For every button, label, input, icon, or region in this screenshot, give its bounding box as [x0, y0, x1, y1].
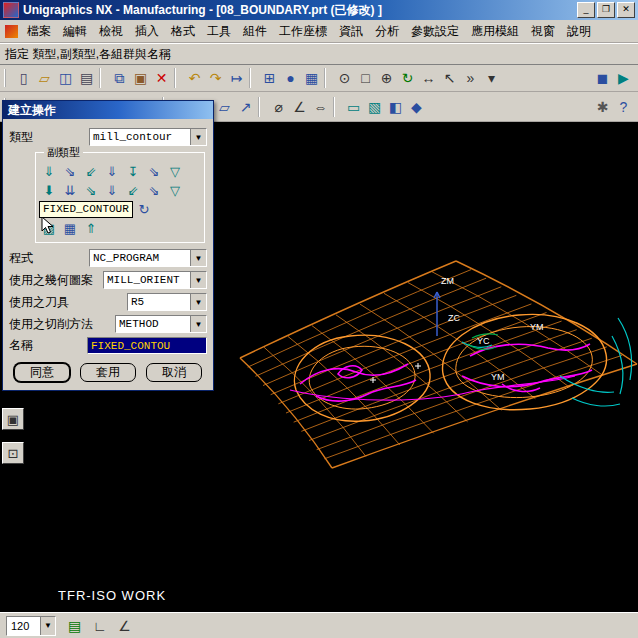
more-options-icon[interactable]: ▾ [481, 68, 502, 89]
subtype-cavity-mill-icon[interactable]: ⇓ [39, 162, 59, 180]
subtype-machine-control-icon[interactable]: ▦ [60, 219, 80, 237]
name-label: 名稱 [9, 337, 33, 354]
close-button[interactable]: ✕ [617, 2, 635, 18]
redo-icon[interactable]: ↷ [205, 68, 226, 89]
menu-edit[interactable]: 編輯 [57, 21, 93, 42]
chevron-down-icon[interactable]: ▼ [190, 294, 206, 310]
maximize-button[interactable]: ❐ [597, 2, 615, 18]
journal-notebook-icon[interactable]: ▤ [64, 615, 85, 636]
menu-information[interactable]: 資訊 [333, 21, 369, 42]
shaded-solid-icon[interactable]: ◼ [592, 68, 613, 89]
subtype-contour-area-icon[interactable]: ⇊ [60, 181, 80, 199]
layer-visible-in-view-icon[interactable]: ▣ [2, 408, 24, 430]
chevron-down-icon[interactable]: ▼ [190, 316, 206, 332]
menu-assemblies[interactable]: 組件 [237, 21, 273, 42]
subtype-flowcut-multi-icon[interactable]: ⇘ [144, 181, 164, 199]
vector-tool-icon[interactable]: ↗ [235, 96, 256, 117]
surface-tool-icon[interactable]: ◧ [385, 96, 406, 117]
measure-diameter-icon[interactable]: ⌀ [268, 96, 289, 117]
geometry-select[interactable]: MILL_ORIENT ▼ [103, 271, 207, 289]
copy-icon[interactable]: ⧉ [109, 68, 130, 89]
subtype-streamline-icon[interactable]: ⇓ [102, 181, 122, 199]
toolbar-separator [324, 68, 332, 88]
child-window-icon [5, 25, 18, 38]
zoom-in-icon[interactable]: ⊕ [376, 68, 397, 89]
apply-button[interactable]: 套用 [80, 363, 136, 382]
fit-view-icon[interactable]: □ [355, 68, 376, 89]
shaded-view-icon[interactable]: ● [280, 68, 301, 89]
cancel-button[interactable]: 取消 [146, 363, 202, 382]
expand-toolbar-icon[interactable]: » [460, 68, 481, 89]
menu-insert[interactable]: 插入 [129, 21, 165, 42]
axis-label-zc: ZC [448, 313, 460, 323]
paste-icon[interactable]: ▣ [130, 68, 151, 89]
axis-label-zm: ZM [441, 276, 454, 286]
subtype-profile-3d-icon[interactable]: ⇘ [144, 162, 164, 180]
minimize-button[interactable]: _ [577, 2, 595, 18]
menu-format[interactable]: 格式 [165, 21, 201, 42]
toolbar-grip[interactable] [4, 69, 9, 87]
generate-toolpath-icon[interactable]: ▶ [613, 68, 634, 89]
subtype-flowcut-single-icon[interactable]: ⇙ [123, 181, 143, 199]
print-icon[interactable]: ▤ [76, 68, 97, 89]
layer-settings-icon[interactable]: ▦ [301, 68, 322, 89]
chevron-down-icon[interactable]: ▼ [190, 129, 206, 145]
chevron-down-icon[interactable]: ▼ [190, 272, 206, 288]
toolbar-separator [333, 97, 341, 117]
pan-view-icon[interactable]: ↔ [418, 68, 439, 89]
subtype-zlevel-mill-icon[interactable]: ⇘ [60, 162, 80, 180]
ok-button[interactable]: 同意 [14, 363, 70, 382]
menu-preferences[interactable]: 參數設定 [405, 21, 465, 42]
measure-distance-icon[interactable]: ⇔ [310, 96, 331, 117]
menu-analysis[interactable]: 分析 [369, 21, 405, 42]
plane-tool-icon[interactable]: ▱ [214, 96, 235, 117]
subtype-contour-surface-icon[interactable]: ⇘ [81, 181, 101, 199]
undo-icon[interactable]: ↶ [184, 68, 205, 89]
clip-section-icon[interactable]: ⊡ [2, 442, 24, 464]
subtype-fixed-contour-icon[interactable]: ⬇ [39, 181, 59, 199]
subtype-face-mill-icon[interactable]: ▽ [165, 162, 185, 180]
program-select[interactable]: NC_PROGRAM ▼ [89, 249, 207, 267]
subtype-mill-user-icon[interactable]: ▨ [39, 219, 59, 237]
boundary-tool-icon[interactable]: ▭ [343, 96, 364, 117]
chevron-down-icon[interactable]: ▼ [190, 250, 206, 266]
save-part-icon[interactable]: ◫ [55, 68, 76, 89]
subtype-corner-rough-icon[interactable]: ⇙ [81, 162, 101, 180]
menu-file[interactable]: 檔案 [21, 21, 57, 42]
menu-wcs[interactable]: 工作座標 [273, 21, 333, 42]
region-tool-icon[interactable]: ▧ [364, 96, 385, 117]
dialog-title[interactable]: 建立操作 [3, 101, 213, 119]
name-input[interactable]: FIXED_CONTOU [87, 337, 207, 354]
menu-tools[interactable]: 工具 [201, 21, 237, 42]
subtype-mill-text-icon[interactable]: ⇑ [81, 219, 101, 237]
subtype-text-engrave-icon[interactable]: ▽ [165, 181, 185, 199]
rotate-view-icon[interactable]: ↻ [397, 68, 418, 89]
wcs-display-icon[interactable]: ∟ [89, 615, 110, 636]
type-label: 類型 [9, 129, 33, 146]
help-context-icon[interactable]: ? [613, 96, 634, 117]
redisplay-icon[interactable]: ↦ [226, 68, 247, 89]
subtype-rest-milling-icon[interactable]: ⇓ [102, 162, 122, 180]
subtype-plunge-mill-icon[interactable]: ↧ [123, 162, 143, 180]
type-select[interactable]: mill_contour ▼ [89, 128, 207, 146]
dynamic-axis-icon[interactable]: ∠ [114, 615, 135, 636]
chevron-down-icon[interactable]: ▼ [40, 617, 55, 635]
information-window-icon[interactable]: ⊞ [259, 68, 280, 89]
machine-tool-view-icon[interactable]: ✱ [592, 96, 613, 117]
subtype-refresh-icon[interactable]: ↻ [134, 200, 154, 218]
select-cursor-icon[interactable]: ↖ [439, 68, 460, 89]
menu-help[interactable]: 說明 [561, 21, 597, 42]
menu-bar: 檔案編輯檢視插入格式工具組件工作座標資訊分析參數設定應用模組視窗說明 [0, 20, 638, 43]
open-part-icon[interactable]: ▱ [34, 68, 55, 89]
zoom-window-icon[interactable]: ⊙ [334, 68, 355, 89]
delete-icon[interactable]: ✕ [151, 68, 172, 89]
measure-angle-icon[interactable]: ∠ [289, 96, 310, 117]
method-select[interactable]: METHOD ▼ [115, 315, 207, 333]
menu-application[interactable]: 應用模組 [465, 21, 525, 42]
menu-window[interactable]: 視窗 [525, 21, 561, 42]
solid-tool-icon[interactable]: ◆ [406, 96, 427, 117]
new-part-icon[interactable]: ▯ [13, 68, 34, 89]
menu-view[interactable]: 檢視 [93, 21, 129, 42]
tool-select[interactable]: R5 ▼ [127, 293, 207, 311]
grid-size-combo[interactable]: 120 ▼ [6, 616, 56, 636]
